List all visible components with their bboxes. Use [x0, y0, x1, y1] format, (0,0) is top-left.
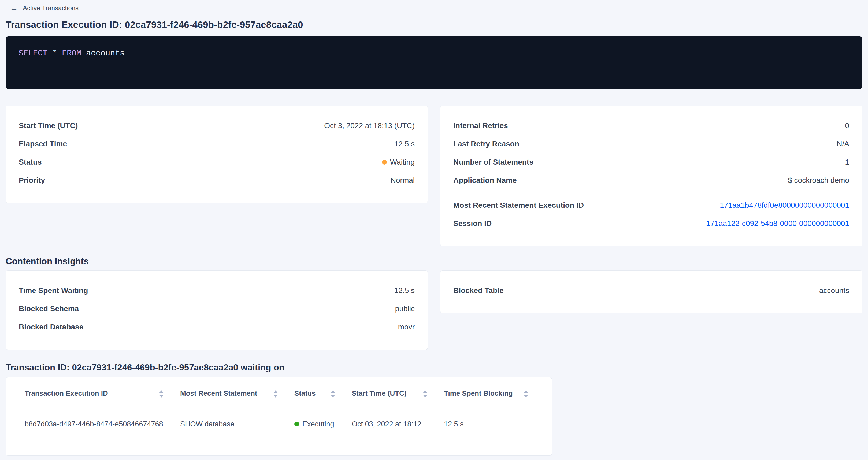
contention-row-blocked-table: Blocked Table accounts — [440, 281, 862, 300]
row-label: Status — [19, 158, 42, 166]
sort-icon[interactable] — [331, 390, 335, 398]
contention-row-time-spent-waiting: Time Spent Waiting 12.5 s — [6, 281, 428, 300]
waiting-on-table: Transaction Execution ID Most Recent Sta… — [6, 377, 552, 456]
sql-keyword-select: SELECT — [19, 49, 48, 58]
row-value: 12.5 s — [394, 140, 415, 148]
row-value: N/A — [837, 140, 849, 148]
row-label: Blocked Table — [453, 286, 504, 295]
row-value: Normal — [391, 176, 415, 185]
column-header-most-recent-statement[interactable]: Most Recent Statement — [174, 389, 288, 401]
sort-icon[interactable] — [159, 390, 163, 398]
page-title: Transaction Execution ID: 02ca7931-f246-… — [6, 19, 862, 31]
row-value: movr — [398, 323, 415, 331]
row-value: Oct 3, 2022 at 18:13 (UTC) — [324, 121, 415, 130]
row-label: Blocked Database — [19, 323, 83, 331]
row-label: Start Time (UTC) — [19, 121, 78, 130]
status-text: Executing — [302, 420, 334, 428]
sql-table-name: accounts — [81, 49, 125, 58]
column-header-status[interactable]: Status — [288, 389, 346, 401]
cell-time-spent-blocking: 12.5 s — [438, 420, 539, 428]
sql-statement-box: SELECT * FROM accounts — [6, 36, 862, 89]
row-label: Time Spent Waiting — [19, 286, 88, 295]
status-executing-dot-icon — [294, 422, 299, 427]
back-link[interactable]: ← Active Transactions — [6, 3, 79, 13]
card-divider — [453, 193, 849, 193]
table-header-row: Transaction Execution ID Most Recent Sta… — [19, 377, 539, 408]
row-value: $ cockroach demo — [788, 176, 849, 185]
row-value: 12.5 s — [394, 286, 415, 295]
status-badge: Waiting — [382, 158, 415, 166]
column-header-label: Status — [294, 389, 315, 401]
sort-icon[interactable] — [273, 390, 278, 398]
contention-insights-heading: Contention Insights — [6, 256, 862, 267]
row-label: Internal Retries — [453, 121, 508, 130]
status-waiting-dot-icon — [382, 160, 387, 164]
status-text: Waiting — [390, 158, 415, 166]
row-value: 0 — [845, 121, 849, 130]
transaction-details-page: ← Active Transactions Transaction Execut… — [0, 0, 868, 456]
cell-transaction-execution-id: b8d7d03a-d497-446b-8474-e50846674768 — [19, 420, 174, 428]
row-label: Last Retry Reason — [453, 140, 519, 148]
summary-row-elapsed-time: Elapsed Time 12.5 s — [6, 135, 428, 153]
contention-right-card: Blocked Table accounts — [440, 271, 862, 313]
row-label: Priority — [19, 176, 45, 185]
sql-keyword-from: FROM — [62, 49, 81, 58]
column-header-time-spent-blocking[interactable]: Time Spent Blocking — [438, 389, 539, 401]
sort-icon[interactable] — [423, 390, 427, 398]
sort-icon[interactable] — [524, 390, 528, 398]
summary-row-priority: Priority Normal — [6, 171, 428, 189]
cell-start-time: Oct 03, 2022 at 18:12 — [346, 420, 438, 428]
summary-row-start-time: Start Time (UTC) Oct 3, 2022 at 18:13 (U… — [6, 117, 428, 135]
column-header-label: Start Time (UTC) — [352, 389, 407, 401]
column-header-label: Most Recent Statement — [180, 389, 257, 401]
column-header-transaction-execution-id[interactable]: Transaction Execution ID — [19, 389, 174, 401]
column-header-label: Time Spent Blocking — [444, 389, 513, 401]
cell-most-recent-statement: SHOW database — [174, 420, 288, 428]
cell-status: Executing — [288, 420, 346, 428]
column-header-label: Transaction Execution ID — [25, 389, 108, 401]
back-arrow-icon[interactable]: ← — [10, 4, 18, 12]
row-label: Most Recent Statement Execution ID — [453, 201, 584, 210]
row-value: 1 — [845, 158, 849, 166]
row-value: accounts — [819, 286, 849, 295]
summary-row-internal-retries: Internal Retries 0 — [440, 117, 862, 135]
contention-row-blocked-schema: Blocked Schema public — [6, 300, 428, 318]
row-label: Elapsed Time — [19, 140, 67, 148]
summary-row-application-name: Application Name $ cockroach demo — [440, 171, 862, 189]
statement-execution-id-link[interactable]: 171aa1b478fdf0e80000000000000001 — [720, 201, 849, 210]
row-label: Application Name — [453, 176, 517, 185]
column-header-start-time[interactable]: Start Time (UTC) — [346, 389, 438, 401]
row-value: public — [395, 305, 415, 313]
session-id-link[interactable]: 171aa122-c092-54b8-0000-000000000001 — [706, 219, 849, 228]
waiting-on-heading: Transaction ID: 02ca7931-f246-469b-b2fe-… — [6, 362, 862, 373]
summary-row-last-retry-reason: Last Retry Reason N/A — [440, 135, 862, 153]
table-row: b8d7d03a-d497-446b-8474-e50846674768 SHO… — [19, 408, 539, 440]
contention-left-card: Time Spent Waiting 12.5 s Blocked Schema… — [6, 271, 428, 350]
summary-row-session-id: Session ID 171aa122-c092-54b8-0000-00000… — [440, 214, 862, 233]
overview-right-card: Internal Retries 0 Last Retry Reason N/A… — [440, 105, 862, 246]
summary-row-statement-execution-id: Most Recent Statement Execution ID 171aa… — [440, 196, 862, 214]
row-label: Session ID — [453, 219, 492, 228]
row-label: Number of Statements — [453, 158, 533, 166]
back-link-label[interactable]: Active Transactions — [23, 4, 79, 12]
row-label: Blocked Schema — [19, 305, 79, 313]
contention-row-blocked-database: Blocked Database movr — [6, 318, 428, 336]
overview-left-card: Start Time (UTC) Oct 3, 2022 at 18:13 (U… — [6, 105, 428, 203]
summary-row-number-of-statements: Number of Statements 1 — [440, 153, 862, 171]
summary-row-status: Status Waiting — [6, 153, 428, 171]
sql-star: * — [48, 49, 62, 58]
